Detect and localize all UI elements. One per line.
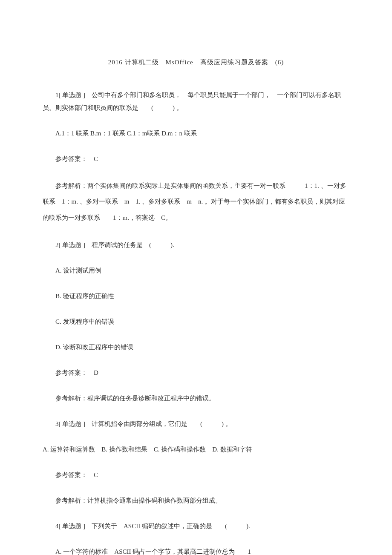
q3-options: A. 运算符和运算数 B. 操作数和结果 C. 操作码和操作数 D. 数据和字符 bbox=[43, 443, 349, 456]
q2-option-b: B. 验证程序的正确性 bbox=[43, 290, 349, 302]
q2-option-d: D. 诊断和改正程序中的错误 bbox=[43, 341, 349, 354]
q3-analysis: 参考解析：计算机指令通常由操作码和操作数两部分组成。 bbox=[43, 494, 349, 507]
q2-option-a: A. 设计测试用例 bbox=[43, 264, 349, 277]
q2-analysis: 参考解析：程序调试的任务是诊断和改正程序中的错误。 bbox=[43, 392, 349, 405]
q1-analysis: 参考解析：两个实体集间的联系实际上是实体集间的函数关系，主要有一对一联系 1：1… bbox=[43, 178, 349, 226]
q3-stem: 3[ 单选题 ] 计算机指令由两部分组成，它们是 ( ) 。 bbox=[43, 417, 349, 430]
q4-stem: 4[ 单选题 ] 下列关于 ASCII 编码的叙述中，正确的是 ( ). bbox=[43, 520, 349, 532]
q1-stem: 1[ 单选题 ] 公司中有多个部门和多名职员， 每个职员只能属于一个部门， 一个… bbox=[43, 89, 349, 114]
document-title: 2016 计算机二级 MsOffice 高级应用练习题及答案 (6) bbox=[43, 58, 349, 67]
q1-answer: 参考答案： C bbox=[43, 152, 349, 165]
q2-answer: 参考答案： D bbox=[43, 366, 349, 379]
q2-stem: 2[ 单选题 ] 程序调试的任务是 ( ). bbox=[43, 239, 349, 251]
q1-options: A.1：1 联系 B.m：1 联系 C.1：m联系 D.m：n 联系 bbox=[43, 127, 349, 140]
q4-option-a: A. 一个字符的标准 ASCII 码占一个字节，其最高二进制位总为 1 bbox=[43, 545, 349, 555]
q2-option-c: C. 发现程序中的错误 bbox=[43, 315, 349, 328]
q3-answer: 参考答案： C bbox=[43, 469, 349, 481]
